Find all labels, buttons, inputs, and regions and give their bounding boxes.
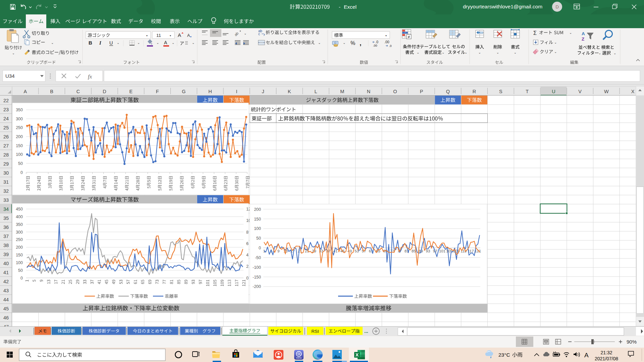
svg-text:32: 32: [3, 188, 9, 194]
svg-text:23°C: 23°C: [498, 352, 510, 358]
svg-text:Z: Z: [582, 37, 584, 42]
svg-text:300: 300: [16, 230, 23, 235]
svg-text:2021/07/08: 2021/07/08: [595, 356, 618, 361]
svg-text:K: K: [288, 89, 291, 94]
svg-text:I: I: [236, 89, 237, 94]
svg-text:45: 45: [3, 306, 9, 311]
svg-text:6: 6: [246, 241, 249, 246]
svg-text:⌄: ⌄: [465, 51, 467, 54]
svg-text:H: H: [208, 89, 212, 94]
svg-text:150: 150: [254, 217, 261, 222]
svg-text:11: 11: [156, 33, 161, 38]
svg-text:46: 46: [3, 315, 9, 320]
svg-text:24: 24: [3, 116, 9, 121]
svg-text:P: P: [420, 89, 423, 94]
svg-text:R: R: [473, 89, 476, 94]
svg-text:42: 42: [3, 279, 9, 284]
svg-text:⌄: ⌄: [156, 41, 159, 45]
svg-text:S: S: [499, 89, 502, 94]
svg-text:200: 200: [16, 134, 23, 139]
svg-text:W: W: [604, 89, 609, 94]
svg-text:menu: menu: [296, 357, 302, 359]
svg-text:V: V: [578, 89, 582, 94]
svg-text:-150: -150: [253, 275, 261, 280]
svg-text:50: 50: [256, 236, 261, 241]
svg-text:I: I: [99, 40, 102, 46]
svg-text:C: C: [76, 89, 80, 94]
svg-text:0: 0: [246, 276, 249, 281]
svg-text:33: 33: [3, 197, 9, 203]
svg-text:E: E: [129, 89, 133, 94]
svg-text:▾: ▾: [146, 34, 148, 37]
svg-text:.0: .0: [389, 44, 392, 48]
svg-text:J: J: [262, 89, 264, 94]
svg-text:⌄: ⌄: [442, 51, 444, 54]
svg-text:450: 450: [16, 207, 23, 212]
svg-text:250: 250: [16, 125, 23, 130]
svg-text:Σ: Σ: [533, 30, 537, 36]
svg-text:⌄: ⌄: [613, 51, 616, 55]
svg-text:T: T: [526, 89, 529, 94]
svg-text:N: N: [367, 89, 370, 94]
svg-text:93: 93: [426, 249, 430, 253]
svg-text:fx: fx: [88, 73, 92, 80]
svg-text:26: 26: [3, 134, 9, 139]
svg-text:A: A: [582, 31, 585, 36]
svg-text:A: A: [178, 32, 181, 38]
svg-text:D: D: [555, 4, 559, 9]
svg-text:25: 25: [3, 125, 9, 130]
svg-text:9: 9: [277, 249, 279, 253]
svg-text:Q: Q: [446, 89, 450, 94]
svg-text:⌄: ⌄: [137, 41, 140, 45]
svg-text:200: 200: [254, 207, 261, 212]
svg-text:4: 4: [246, 253, 249, 257]
svg-text:50: 50: [18, 268, 23, 273]
svg-text:-100: -100: [253, 265, 261, 270]
svg-text:29: 29: [3, 161, 9, 167]
svg-text:,: ,: [360, 39, 362, 47]
svg-text:A: A: [24, 89, 27, 94]
svg-text:...: ...: [364, 328, 368, 334]
svg-text:A: A: [187, 33, 190, 38]
svg-text:F: F: [156, 89, 159, 94]
svg-text:X: X: [631, 89, 635, 94]
svg-text:M: M: [340, 89, 344, 94]
svg-text:.00: .00: [373, 44, 377, 47]
svg-text:41: 41: [3, 270, 9, 275]
svg-text:31: 31: [3, 179, 9, 185]
svg-text:28: 28: [3, 152, 9, 158]
svg-text:0: 0: [20, 170, 23, 175]
svg-text:U: U: [109, 40, 113, 46]
svg-text:100: 100: [16, 152, 23, 157]
svg-text:⌄: ⌄: [244, 32, 247, 35]
svg-text:21:32: 21:32: [600, 350, 612, 355]
svg-text:35: 35: [3, 216, 9, 221]
svg-text:90%: 90%: [627, 339, 637, 345]
svg-text:O: O: [393, 89, 397, 94]
svg-text:0: 0: [20, 276, 23, 281]
svg-text:36: 36: [3, 225, 9, 230]
svg-text:⌄: ⌄: [172, 41, 174, 45]
svg-text:100: 100: [254, 226, 261, 231]
svg-text:-: -: [339, 4, 340, 10]
svg-text:⌄: ⌄: [478, 51, 481, 54]
svg-text:⌄: ⌄: [343, 41, 345, 45]
svg-text:U: U: [552, 89, 555, 94]
svg-text:150: 150: [16, 253, 23, 257]
svg-text:40: 40: [3, 261, 9, 266]
svg-text:50: 50: [18, 161, 23, 166]
svg-text:≠: ≠: [408, 35, 410, 39]
svg-text:⌄: ⌄: [117, 41, 119, 45]
svg-text:-50: -50: [255, 255, 261, 260]
svg-text:-200: -200: [253, 284, 261, 289]
svg-text:0: 0: [259, 246, 261, 250]
svg-text:⌄: ⌄: [12, 51, 15, 55]
svg-text:43: 43: [3, 288, 9, 293]
svg-text:⌄: ⌄: [554, 50, 557, 54]
svg-text:L: L: [315, 89, 317, 94]
svg-text:85: 85: [412, 249, 416, 253]
svg-text:100: 100: [16, 260, 23, 265]
svg-text:A: A: [164, 40, 167, 45]
svg-text:350: 350: [16, 108, 23, 112]
svg-text:250: 250: [16, 237, 23, 242]
